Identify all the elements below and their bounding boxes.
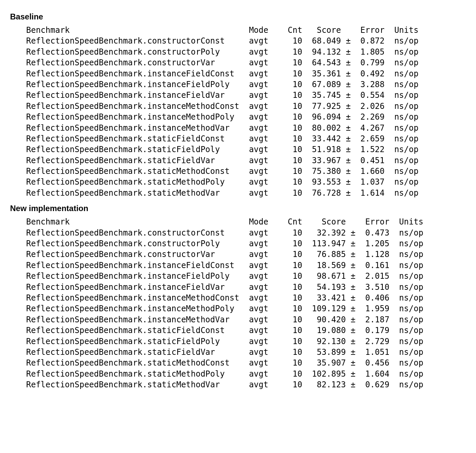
- benchmark-table-baseline: Benchmark Mode Cnt Score Error Units Ref…: [26, 25, 466, 198]
- benchmark-table-new-implementation: Benchmark Mode Cnt Score Error Units Ref…: [26, 216, 466, 390]
- benchmark-document: Baseline Benchmark Mode Cnt Score Error …: [0, 0, 476, 404]
- section-title-baseline: Baseline: [10, 12, 466, 21]
- section-title-new-implementation: New implementation: [10, 204, 466, 213]
